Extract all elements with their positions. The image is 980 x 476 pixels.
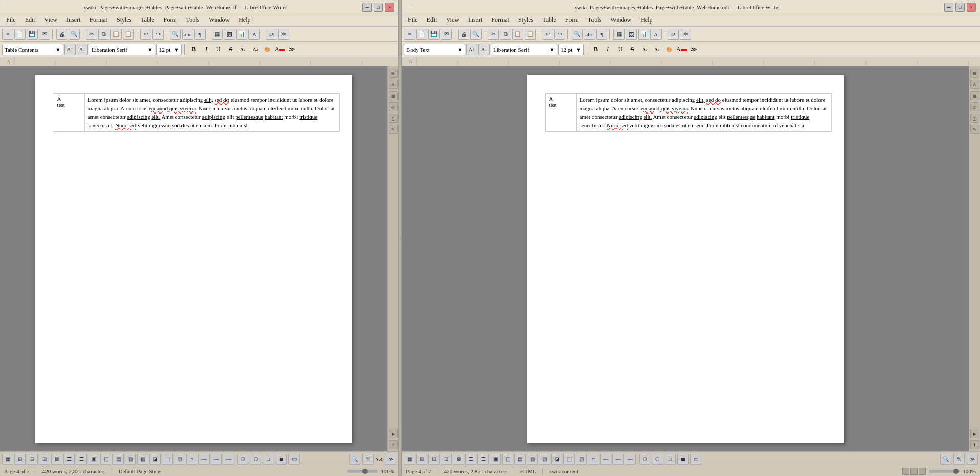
left-spell-button[interactable]: abc: [182, 29, 193, 40]
right-sidebar-functions-icon[interactable]: ∑: [970, 114, 979, 123]
right-more-button[interactable]: ≫: [680, 29, 691, 40]
right-cut-button[interactable]: ✂: [488, 29, 499, 40]
left-sidebar-gallery-icon[interactable]: ▦: [389, 91, 398, 100]
left-sidebar-properties-icon[interactable]: ⊟: [389, 69, 398, 78]
left-bt-btn2[interactable]: ⊞: [14, 454, 26, 465]
right-textbox-button[interactable]: A: [650, 29, 662, 40]
left-bt-btn8[interactable]: ▣: [88, 454, 99, 465]
right-more-fmt-button[interactable]: ≫: [688, 44, 699, 55]
right-line-btn[interactable]: ▭: [690, 454, 701, 465]
right-menu-file[interactable]: File: [404, 15, 422, 25]
left-menu-form[interactable]: Form: [159, 15, 181, 25]
left-color-btn1[interactable]: ⬡: [237, 454, 248, 465]
right-table-button[interactable]: ▦: [613, 29, 625, 40]
left-highlight-button[interactable]: 🎨: [262, 44, 273, 55]
right-view-btn2[interactable]: [910, 468, 918, 475]
left-sidebar-styles-icon[interactable]: A: [389, 80, 398, 89]
right-new-button[interactable]: ≡: [404, 29, 415, 40]
left-bt-btn6[interactable]: ☰: [63, 454, 75, 465]
left-italic-button[interactable]: I: [200, 44, 212, 55]
right-menu-form[interactable]: Form: [561, 15, 583, 25]
left-zoom-thumb[interactable]: [362, 469, 368, 474]
right-font-decrease-button[interactable]: A↓: [478, 44, 490, 55]
right-size-selector[interactable]: 12 pt ▼: [558, 44, 584, 55]
left-style-selector[interactable]: Table Contents ▼: [2, 44, 63, 55]
left-close-button[interactable]: ×: [385, 3, 394, 12]
left-size-selector[interactable]: 12 pt ▼: [156, 44, 182, 55]
right-color-btn2[interactable]: ⬡: [652, 454, 663, 465]
right-border-btn[interactable]: □: [665, 454, 676, 465]
left-sidebar-manage-icon[interactable]: ✎: [389, 125, 398, 134]
right-bt-btn2[interactable]: ⊞: [416, 454, 427, 465]
right-menu-table[interactable]: Table: [538, 15, 560, 25]
left-menu-format[interactable]: Format: [85, 15, 111, 25]
right-superscript-button[interactable]: A2: [639, 44, 650, 55]
right-menu-insert[interactable]: Insert: [464, 15, 486, 25]
left-format-marks-button[interactable]: ¶: [194, 29, 206, 40]
left-line-btn[interactable]: ▭: [288, 454, 300, 465]
left-color-btn2[interactable]: ⬡: [250, 454, 261, 465]
left-redo-button[interactable]: ↪: [152, 29, 164, 40]
right-menu-format[interactable]: Format: [487, 15, 513, 25]
right-style-selector[interactable]: Body Text ▼: [404, 44, 465, 55]
left-table-cell-content[interactable]: Lorem ipsum dolor sit amet, consectetur …: [84, 94, 339, 132]
right-bt-btn4[interactable]: ⊡: [441, 454, 452, 465]
right-sidebar-properties-icon[interactable]: ⊟: [970, 69, 979, 78]
right-bt-btn14[interactable]: ⬚: [563, 454, 575, 465]
right-view-btn1[interactable]: [902, 468, 909, 475]
right-preview-button[interactable]: 🔍: [470, 29, 482, 40]
left-new-button[interactable]: ≡: [2, 29, 13, 40]
left-font-increase-button[interactable]: A↑: [64, 44, 76, 55]
right-color-btn1[interactable]: ⬡: [639, 454, 650, 465]
right-word-count-icon[interactable]: %: [953, 454, 965, 465]
left-menu-view[interactable]: View: [40, 15, 61, 25]
left-sidebar-info-icon[interactable]: ℹ: [389, 440, 398, 449]
right-sidebar-manage-icon[interactable]: ✎: [970, 125, 979, 134]
right-bt-btn1[interactable]: ▦: [404, 454, 415, 465]
right-font-selector[interactable]: Liberation Serif ▼: [491, 44, 557, 55]
right-chart-button[interactable]: 📊: [638, 29, 649, 40]
left-email-button[interactable]: ✉: [39, 29, 50, 40]
right-bt-btn17[interactable]: —: [600, 454, 611, 465]
right-sidebar-styles-icon[interactable]: A: [970, 80, 979, 89]
right-menu-edit[interactable]: Edit: [423, 15, 441, 25]
left-save-button[interactable]: 💾: [27, 29, 38, 40]
left-cut-button[interactable]: ✂: [86, 29, 97, 40]
right-hamburger-icon[interactable]: ≡: [406, 3, 410, 11]
right-email-button[interactable]: ✉: [441, 29, 452, 40]
right-view-btn3[interactable]: [919, 468, 926, 475]
right-bt-btn18[interactable]: —: [612, 454, 624, 465]
right-menu-tools[interactable]: Tools: [584, 15, 606, 25]
left-menu-window[interactable]: Window: [204, 15, 234, 25]
right-menu-window[interactable]: Window: [606, 15, 635, 25]
right-bt-btn9[interactable]: ◫: [502, 454, 513, 465]
left-menu-edit[interactable]: Edit: [21, 15, 39, 25]
left-menu-help[interactable]: Help: [235, 15, 255, 25]
left-bt-btn1[interactable]: ▦: [2, 454, 13, 465]
left-open-button[interactable]: 📄: [14, 29, 26, 40]
left-bt-btn9[interactable]: ◫: [100, 454, 111, 465]
left-font-color-button[interactable]: A: [274, 44, 285, 55]
left-fill-btn[interactable]: ◼: [276, 454, 287, 465]
right-bt-btn5[interactable]: ⊠: [453, 454, 464, 465]
left-font-decrease-button[interactable]: A↓: [77, 44, 88, 55]
left-bt-btn14[interactable]: ⬚: [162, 454, 173, 465]
right-maximize-button[interactable]: □: [955, 3, 965, 12]
right-redo-button[interactable]: ↪: [554, 29, 565, 40]
right-subscript-button[interactable]: A2: [651, 44, 663, 55]
right-table-cell-content[interactable]: Lorem ipsum dolor sit amet, consectetur …: [576, 94, 831, 132]
right-find-button[interactable]: 🔍: [572, 29, 583, 40]
right-underline-button[interactable]: U: [614, 44, 626, 55]
left-copy-button[interactable]: ⧉: [98, 29, 109, 40]
left-bt-btn4[interactable]: ⊡: [39, 454, 50, 465]
right-special-char-button[interactable]: Ω: [668, 29, 679, 40]
left-more-fmt-button[interactable]: ≫: [286, 44, 298, 55]
left-bt-btn15[interactable]: ▨: [174, 454, 185, 465]
right-bt-btn16[interactable]: ≡: [588, 454, 599, 465]
right-bt-btn7[interactable]: ☰: [477, 454, 489, 465]
right-open-button[interactable]: 📄: [416, 29, 427, 40]
right-bt-btn3[interactable]: ⊟: [428, 454, 440, 465]
right-font-color-button[interactable]: A: [676, 44, 687, 55]
right-print-button[interactable]: 🖨: [458, 29, 469, 40]
left-superscript-button[interactable]: A2: [237, 44, 248, 55]
